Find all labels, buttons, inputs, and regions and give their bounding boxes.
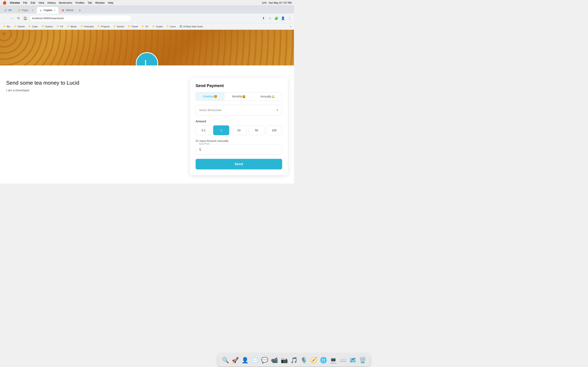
select-arrow-icon: ▼ bbox=[276, 109, 279, 111]
file-menu[interactable]: File bbox=[23, 1, 27, 4]
view-menu[interactable]: View bbox=[38, 1, 44, 4]
bookmark-side-icon: 🌐 bbox=[180, 25, 182, 28]
bookmark-biz-label: Biz bbox=[7, 25, 10, 28]
address-bar: ← → ↻ 🏠 localhost:3000/#/user/lucid ⬆ ☆ … bbox=[0, 13, 294, 23]
bookmark-crypto-icon: 📁 bbox=[152, 25, 155, 28]
browser-window: 🔗 Biz 🔑 Crypt… × 🍵 Cryptea × 🐙 GitHub + … bbox=[0, 6, 294, 184]
bookmark-travel-label: Travel bbox=[131, 25, 138, 28]
bookmark-crypto[interactable]: 📁 Crypto bbox=[150, 25, 164, 28]
bookmark-linux[interactable]: 📁 Linux bbox=[165, 25, 177, 28]
address-icons: ⬆ ☆ 🧩 👤 ⋮ bbox=[260, 16, 292, 21]
left-section: Send some tea money to Lucid I am a Deve… bbox=[6, 78, 190, 175]
bookmark-music-icon: 📁 bbox=[67, 25, 70, 28]
bookmark-projects[interactable]: 📁 Projects bbox=[96, 25, 111, 28]
amount-btn-01[interactable]: 0.1 bbox=[196, 125, 212, 135]
tab-c1-close[interactable]: × bbox=[31, 8, 34, 12]
bookmark-clients-icon: 📁 bbox=[14, 25, 17, 28]
bookmark-comics[interactable]: 📁 Comics bbox=[40, 25, 54, 28]
tab-gh-favicon: 🐙 bbox=[61, 8, 65, 12]
bookmark-podcasts-label: Podcasts bbox=[84, 25, 94, 28]
bookmark-fx-icon: 📁 bbox=[57, 25, 60, 28]
bookmark-vc[interactable]: 📁 VC bbox=[140, 25, 150, 28]
bookmark-code[interactable]: 📁 Code bbox=[27, 25, 39, 28]
tab-c1-label: Crypt… bbox=[22, 9, 30, 12]
bookmarks-bar: 📁 Biz 📁 Clients 📁 Code 📁 Comics 📁 FX 📁 M… bbox=[0, 23, 294, 30]
bookmark-side-hustle[interactable]: 🌐 10 Best Side Hustl... bbox=[178, 25, 206, 28]
bookmark-fx-label: FX bbox=[60, 25, 63, 28]
bookmark-crypto-label: Crypto bbox=[156, 25, 163, 28]
tab-onetime[interactable]: Onetime🤩 bbox=[196, 92, 225, 100]
tab-biz-label: Biz bbox=[9, 9, 12, 12]
bookmark-podcasts[interactable]: 📁 Podcasts bbox=[79, 25, 95, 28]
bookmark-linux-icon: 📁 bbox=[166, 25, 169, 28]
input-price-floating-label: Input Price bbox=[198, 142, 210, 145]
bookmark-comics-label: Comics bbox=[45, 25, 53, 28]
bookmark-comics-icon: 📁 bbox=[42, 25, 44, 28]
tab-cryptea-1[interactable]: 🔑 Crypt… × bbox=[15, 7, 36, 13]
menu-icon[interactable]: ⋮ bbox=[287, 16, 292, 21]
window-menu[interactable]: Window bbox=[95, 1, 104, 4]
apple-menu[interactable]: 🍎 bbox=[2, 1, 7, 5]
back-button[interactable]: ← bbox=[2, 16, 7, 21]
address-input[interactable]: localhost:3000/#/user/lucid bbox=[29, 15, 131, 22]
tab-biz-favicon: 🔗 bbox=[4, 8, 7, 12]
tab-c2-close[interactable]: × bbox=[53, 8, 56, 12]
tab-biz[interactable]: 🔗 Biz bbox=[2, 7, 15, 13]
profiles-menu[interactable]: Profiles bbox=[76, 1, 84, 4]
reload-button[interactable]: ↻ bbox=[16, 16, 21, 21]
manual-input-label: Or input Amount manually bbox=[196, 139, 282, 142]
bookmark-projects-icon: 📁 bbox=[97, 25, 100, 28]
bookmark-clients[interactable]: 📁 Clients bbox=[12, 25, 26, 28]
bookmark-clients-label: Clients bbox=[17, 25, 25, 28]
extensions-icon[interactable]: 🧩 bbox=[274, 16, 279, 21]
tab-c2-favicon: 🍵 bbox=[39, 8, 43, 12]
bookmark-school-label: School bbox=[117, 25, 124, 28]
menubar-time: Sun May 22 7:57 PM bbox=[269, 1, 292, 4]
share-icon[interactable]: ⬆ bbox=[260, 16, 266, 21]
help-menu[interactable]: Help bbox=[108, 1, 113, 4]
tab-c1-favicon: 🔑 bbox=[17, 8, 21, 12]
tab-annually[interactable]: Annually🙏 bbox=[253, 92, 282, 100]
bookmark-fx[interactable]: 📁 FX bbox=[55, 25, 65, 28]
home-button[interactable]: 🏠 bbox=[22, 16, 28, 21]
page-content: L Send some tea money to Lucid I am a De… bbox=[0, 30, 294, 184]
amount-label: Amount bbox=[196, 119, 282, 123]
amount-btn-1[interactable]: 1 bbox=[213, 125, 229, 135]
bookmark-vc-icon: 📁 bbox=[141, 25, 144, 28]
bookmark-linux-label: Linux bbox=[170, 25, 176, 28]
blockchain-placeholder: Select Blockchain bbox=[199, 108, 222, 112]
payment-title: Send Payment bbox=[196, 83, 282, 88]
bookmark-biz[interactable]: 📁 Biz bbox=[2, 25, 12, 28]
tab-github[interactable]: 🐙 GitHub bbox=[59, 7, 76, 13]
input-price-field[interactable] bbox=[196, 144, 282, 155]
new-tab-button[interactable]: + bbox=[77, 8, 83, 13]
bookmarks-menu[interactable]: Bookmarks bbox=[59, 1, 72, 4]
bookmarks-more[interactable]: » bbox=[288, 25, 292, 28]
tab-gh-label: GitHub bbox=[66, 9, 73, 12]
menubar: 🍎 Chrome File Edit View History Bookmark… bbox=[0, 0, 294, 6]
payment-card: Send Payment Onetime🤩 Monthly🤑 Annually🙏… bbox=[190, 78, 288, 175]
tab-menu[interactable]: Tab bbox=[87, 1, 92, 4]
hero-banner: L bbox=[0, 30, 294, 66]
profile-icon[interactable]: 👤 bbox=[280, 16, 286, 21]
bookmark-vc-label: VC bbox=[145, 25, 148, 28]
blockchain-select[interactable]: Select Blockchain ▼ bbox=[196, 105, 282, 115]
tab-cryptea-2[interactable]: 🍵 Cryptea × bbox=[37, 7, 58, 13]
bookmark-school-icon: 📁 bbox=[113, 25, 116, 28]
bookmark-travel[interactable]: 📁 Travel bbox=[126, 25, 140, 28]
tab-bar: 🔗 Biz 🔑 Crypt… × 🍵 Cryptea × 🐙 GitHub + bbox=[0, 6, 294, 13]
send-button[interactable]: Send bbox=[196, 159, 282, 169]
bookmark-icon[interactable]: ☆ bbox=[267, 16, 273, 21]
history-menu[interactable]: History bbox=[47, 1, 56, 4]
amount-btn-100[interactable]: 100 bbox=[266, 125, 282, 135]
chrome-menu[interactable]: Chrome bbox=[10, 1, 20, 4]
amount-btn-10[interactable]: 10 bbox=[231, 125, 247, 135]
bookmark-podcasts-icon: 📁 bbox=[80, 25, 83, 28]
amount-btn-50[interactable]: 50 bbox=[249, 125, 264, 135]
edit-menu[interactable]: Edit bbox=[31, 1, 35, 4]
bookmark-school[interactable]: 📁 School bbox=[112, 25, 126, 28]
bookmark-music[interactable]: 📁 Music bbox=[65, 25, 78, 28]
tab-monthly[interactable]: Monthly🤑 bbox=[225, 92, 253, 100]
forward-button[interactable]: → bbox=[9, 16, 14, 21]
avatar: L bbox=[136, 52, 158, 66]
